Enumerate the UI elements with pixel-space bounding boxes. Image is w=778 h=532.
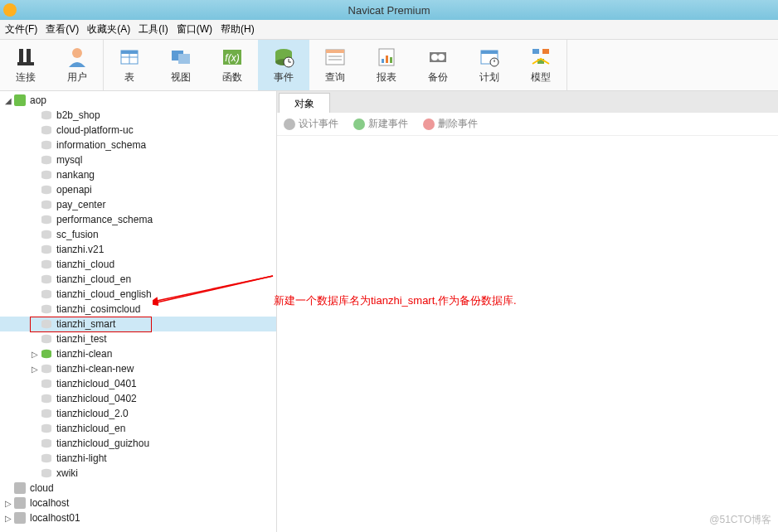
database-icon [40,423,53,434]
svg-point-92 [41,384,51,388]
expand-toggle-icon[interactable]: ▷ [3,499,13,508]
svg-rect-1 [27,49,31,64]
menu-view[interactable]: 查看(V) [46,22,79,36]
subtoolbar-new-button[interactable]: 新建事件 [353,117,408,131]
subtoolbar-design-button[interactable]: 设计事件 [284,117,338,131]
database-icon [40,333,53,345]
database-nankang[interactable]: nankang [0,167,276,182]
svg-rect-9 [178,54,190,64]
database-icon [40,199,53,210]
database-tianzhi_cosimcloud[interactable]: tianzhi_cosimcloud [0,302,276,317]
menu-help[interactable]: 帮助(H) [221,22,255,36]
database-tianzhi_cloud_en[interactable]: tianzhi_cloud_en [0,272,276,287]
svg-point-98 [41,414,51,418]
svg-point-77 [41,310,51,313]
tab-objects[interactable]: 对象 [279,93,330,113]
toolbar-event-button[interactable]: 事件 [258,40,309,90]
svg-point-104 [41,444,51,447]
toolbar-backup-button[interactable]: 备份 [412,40,464,90]
view-icon [169,46,192,69]
database-tianzhicloud_0401[interactable]: tianzhicloud_0401 [0,376,276,391]
database-tianzhi-clean-new[interactable]: ▷tianzhi-clean-new [0,361,276,376]
database-xwiki[interactable]: xwiki [0,466,276,481]
connection-icon [13,94,27,106]
menu-window[interactable]: 窗口(W) [177,22,212,36]
database-openapi[interactable]: openapi [0,182,276,197]
svg-rect-24 [386,56,388,63]
menu-bar: 文件(F) 查看(V) 收藏夹(A) 工具(I) 窗口(W) 帮助(H) [0,20,778,40]
menu-tools[interactable]: 工具(I) [139,22,168,36]
toolbar-query-button[interactable]: 查询 [309,40,361,90]
toolbar: 连接用户表视图f(x)函数事件查询报表备份计划模型 [0,40,778,91]
svg-rect-23 [382,59,384,63]
expand-toggle-icon[interactable]: ▷ [30,365,40,374]
svg-rect-34 [542,49,549,54]
database-icon [40,214,53,225]
content-area [277,136,778,532]
database-icon [40,259,53,270]
window-title: Navicat Premium [348,4,430,17]
subtoolbar-delete-button[interactable]: 删除事件 [423,117,478,131]
database-tianzhi_cloud_english[interactable]: tianzhi_cloud_english [0,287,276,302]
sidebar-tree[interactable]: ◢aopb2b_shopcloud-platform-ucinformation… [0,91,277,532]
database-icon [40,452,53,464]
svg-point-65 [41,250,51,254]
database-tianzhicloud_en[interactable]: tianzhicloud_en [0,421,276,436]
database-icon [40,467,53,479]
connection-icon [13,482,27,494]
toolbar-report-button[interactable]: 报表 [361,40,412,90]
database-tianzhicloud_guizhou[interactable]: tianzhicloud_guizhou [0,436,276,451]
connection-localhost01[interactable]: ▷localhost01 [0,510,276,525]
toolbar-plug-button[interactable]: 连接 [0,40,51,90]
database-tianzhicloud_0402[interactable]: tianzhicloud_0402 [0,391,276,406]
svg-point-50 [41,176,51,179]
svg-point-83 [41,340,51,343]
backup-icon [426,46,450,69]
expand-toggle-icon[interactable]: ▷ [3,514,13,523]
database-tianzhi.v21[interactable]: tianzhi.v21 [0,242,276,257]
svg-rect-33 [532,49,539,54]
expand-toggle-icon[interactable]: ▷ [30,350,40,359]
toolbar-view-button[interactable]: 视图 [155,40,207,90]
svg-text:f(x): f(x) [225,52,239,64]
svg-point-56 [41,206,51,209]
database-icon [40,229,53,240]
database-tianzhi-light[interactable]: tianzhi-light [0,451,276,466]
toolbar-table-button[interactable]: 表 [104,40,155,90]
table-icon [118,46,141,69]
menu-fav[interactable]: 收藏夹(A) [87,22,130,36]
database-tianzhi_smart[interactable]: tianzhi_smart [0,317,276,331]
connection-cloud[interactable]: cloud [0,481,276,496]
delete-icon [423,118,435,130]
svg-point-62 [41,235,51,239]
svg-point-59 [41,220,51,224]
database-pay_center[interactable]: pay_center [0,197,276,212]
database-mysql[interactable]: mysql [0,152,276,167]
event-icon [272,46,295,69]
toolbar-plan-button[interactable]: 计划 [464,40,515,90]
expand-toggle-icon[interactable]: ◢ [3,96,13,105]
toolbar-fx-button[interactable]: f(x)函数 [207,40,258,90]
svg-point-3 [72,48,82,58]
annotation-text: 新建一个数据库名为tianzhi_smart,作为备份数据库. [274,293,517,308]
database-performance_schema[interactable]: performance_schema [0,212,276,227]
database-icon [40,348,53,360]
connection-localhost[interactable]: ▷localhost [0,496,276,510]
model-icon [529,46,552,69]
toolbar-model-button[interactable]: 模型 [515,40,566,90]
connection-aop[interactable]: ◢aop [0,93,276,108]
database-information_schema[interactable]: information_schema [0,138,276,152]
database-tianzhi_cloud[interactable]: tianzhi_cloud [0,257,276,272]
database-b2b_shop[interactable]: b2b_shop [0,108,276,123]
database-tianzhi-clean[interactable]: ▷tianzhi-clean [0,346,276,361]
svg-point-107 [41,459,51,462]
database-cloud-platform-uc[interactable]: cloud-platform-uc [0,123,276,138]
svg-point-53 [41,191,51,194]
menu-file[interactable]: 文件(F) [5,22,37,36]
database-sc_fusion[interactable]: sc_fusion [0,227,276,242]
database-tianzhicloud_2.0[interactable]: tianzhicloud_2.0 [0,406,276,421]
svg-rect-25 [390,57,392,63]
database-icon [40,124,53,136]
toolbar-user-button[interactable]: 用户 [51,40,103,90]
database-tianzhi_test[interactable]: tianzhi_test [0,331,276,346]
